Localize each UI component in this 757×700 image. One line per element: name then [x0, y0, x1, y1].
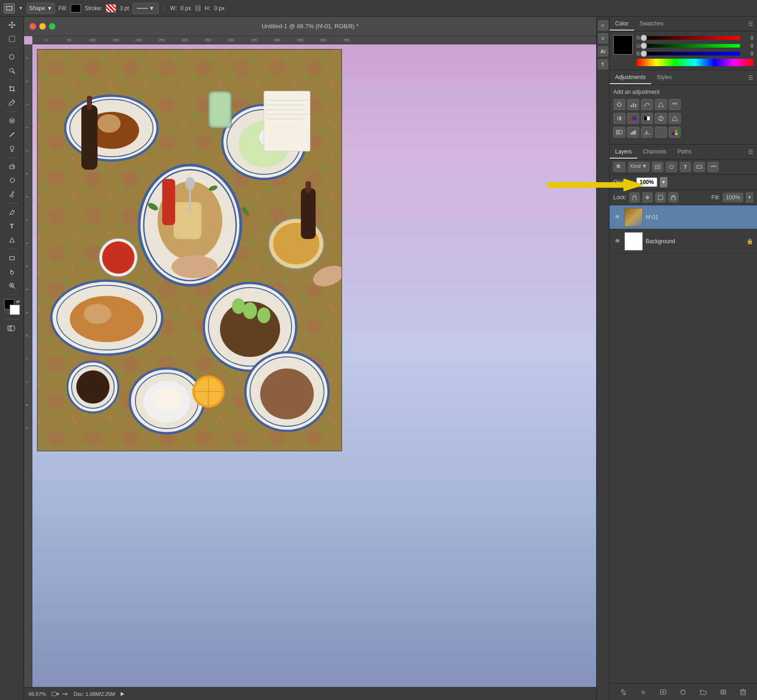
- new-layer-btn[interactable]: [718, 687, 729, 698]
- exposure-adj-btn[interactable]: [655, 99, 667, 110]
- stroke-dash-dropdown[interactable]: ▼: [133, 3, 159, 14]
- fill-label: Fill:: [59, 5, 67, 12]
- close-button[interactable]: [30, 23, 36, 30]
- brush-tool[interactable]: [6, 128, 18, 141]
- svg-rect-13: [10, 257, 14, 260]
- colorbalance-adj-btn[interactable]: [627, 113, 639, 124]
- levels-adj-btn[interactable]: [627, 99, 639, 110]
- layer-item-background[interactable]: 👁 Background 🔒: [610, 229, 757, 253]
- brightness-adj-btn[interactable]: [613, 99, 625, 110]
- panel-toggle-btn[interactable]: ≡: [598, 20, 608, 31]
- photofilter-adj-btn[interactable]: [655, 113, 667, 124]
- text-tool[interactable]: T: [6, 220, 18, 233]
- crop-tool[interactable]: [6, 82, 18, 95]
- svg-text:6: 6: [25, 335, 29, 337]
- fill-value[interactable]: 100%: [723, 193, 743, 202]
- adj-panel-menu-icon[interactable]: ☰: [748, 74, 753, 81]
- adj-icons-row-3: [613, 127, 753, 138]
- filter-pixel-btn[interactable]: [652, 162, 663, 172]
- fill-dropdown-btn[interactable]: ▼: [746, 192, 753, 203]
- clone-stamp-tool[interactable]: [6, 142, 18, 155]
- filter-shape-btn[interactable]: [694, 162, 705, 172]
- r-slider[interactable]: [644, 36, 740, 40]
- svg-text:5: 5: [25, 265, 29, 267]
- layer-eye-bg[interactable]: 👁: [613, 237, 622, 246]
- new-group-btn[interactable]: [698, 687, 709, 698]
- document-canvas[interactable]: [37, 49, 342, 451]
- minimize-button[interactable]: [39, 23, 46, 30]
- add-mask-btn[interactable]: [658, 687, 669, 698]
- filter-type-btn[interactable]: T: [680, 162, 691, 172]
- ruler-label-50: 50: [67, 38, 72, 42]
- tab-styles[interactable]: Styles: [651, 71, 678, 84]
- threshold-adj-btn[interactable]: [641, 127, 653, 138]
- fill-color-swatch[interactable]: [71, 4, 81, 12]
- heal-tool[interactable]: [6, 114, 18, 127]
- delete-layer-btn[interactable]: [738, 687, 749, 698]
- filter-smart-btn[interactable]: [708, 162, 719, 172]
- current-color-swatch[interactable]: [613, 35, 633, 55]
- filter-adj-btn[interactable]: [666, 162, 677, 172]
- tab-layers[interactable]: Layers: [610, 146, 637, 159]
- tab-channels[interactable]: Channels: [637, 146, 672, 159]
- color-spectrum[interactable]: [636, 59, 753, 66]
- move-tool[interactable]: [6, 18, 18, 31]
- eraser-tool[interactable]: [6, 160, 18, 173]
- background-color[interactable]: [10, 305, 20, 315]
- bw-adj-btn[interactable]: [641, 113, 653, 124]
- posterize-adj-btn[interactable]: [627, 127, 639, 138]
- curves-adj-btn[interactable]: [641, 99, 653, 110]
- color-panel-menu-icon[interactable]: ☰: [748, 21, 753, 27]
- tab-adjustments[interactable]: Adjustments: [610, 71, 651, 84]
- layer-eye-hf01[interactable]: 👁: [613, 213, 622, 221]
- magic-wand-tool[interactable]: [6, 64, 18, 77]
- pen-tool[interactable]: [6, 206, 18, 219]
- g-slider[interactable]: [644, 44, 740, 48]
- svg-point-18: [9, 325, 15, 331]
- layer-item-hf01[interactable]: 👁 hf-01: [610, 205, 757, 229]
- maximize-button[interactable]: [49, 23, 55, 30]
- options-btn[interactable]: ⚙: [598, 33, 608, 43]
- main-layout: T ⇄ ⬛: [0, 17, 757, 700]
- shape-dropdown[interactable]: Shape ▼: [27, 3, 55, 14]
- lasso-tool[interactable]: [6, 50, 18, 63]
- svg-rect-103: [305, 181, 311, 193]
- lock-artboard-btn[interactable]: [655, 192, 665, 203]
- opacity-dropdown-btn[interactable]: ▼: [660, 177, 667, 187]
- tab-color[interactable]: Color: [610, 18, 634, 31]
- blur-tool[interactable]: [6, 174, 18, 187]
- tab-paths[interactable]: Paths: [672, 146, 697, 159]
- filter-kind-dropdown[interactable]: Kind ▼: [628, 162, 649, 172]
- link-layers-btn[interactable]: [618, 687, 629, 698]
- swap-colors-icon[interactable]: ⇄: [16, 299, 20, 304]
- fx-btn[interactable]: fx: [638, 687, 649, 698]
- paragraph-btn[interactable]: ¶: [598, 59, 608, 69]
- channelmixer-adj-btn[interactable]: [669, 113, 681, 124]
- gradientmap-adj-btn[interactable]: [655, 127, 667, 138]
- selectivecolor-adj-btn[interactable]: [669, 127, 681, 138]
- layers-panel-menu-icon[interactable]: ☰: [748, 149, 753, 155]
- link-proportions-icon[interactable]: ⛓: [195, 5, 201, 12]
- mode-selector[interactable]: [4, 3, 15, 13]
- shape-tool[interactable]: [6, 252, 18, 264]
- hand-tool[interactable]: [6, 265, 18, 278]
- quick-mask-tool[interactable]: [6, 322, 18, 335]
- svg-rect-123: [675, 130, 678, 132]
- dodge-tool[interactable]: [6, 188, 18, 201]
- ruler-label-250: 250: [159, 38, 165, 42]
- b-slider[interactable]: [644, 52, 740, 55]
- eyedropper-tool[interactable]: [6, 96, 18, 109]
- lock-all-btn[interactable]: [668, 192, 678, 203]
- layer-search[interactable]: 🔍: [613, 162, 625, 172]
- hsl-adj-btn[interactable]: [613, 113, 625, 124]
- vibrance-adj-btn[interactable]: [669, 99, 681, 110]
- stroke-color-swatch[interactable]: [106, 4, 116, 12]
- tab-swatches[interactable]: Swatches: [634, 18, 669, 31]
- reset-colors-icon[interactable]: ⬛: [4, 310, 9, 315]
- zoom-tool[interactable]: [6, 279, 18, 292]
- ai-btn[interactable]: Ai: [598, 46, 608, 56]
- selection-tool[interactable]: [6, 32, 18, 45]
- invert-adj-btn[interactable]: [613, 127, 625, 138]
- path-select-tool[interactable]: [6, 233, 18, 246]
- new-adj-btn[interactable]: [678, 687, 689, 698]
